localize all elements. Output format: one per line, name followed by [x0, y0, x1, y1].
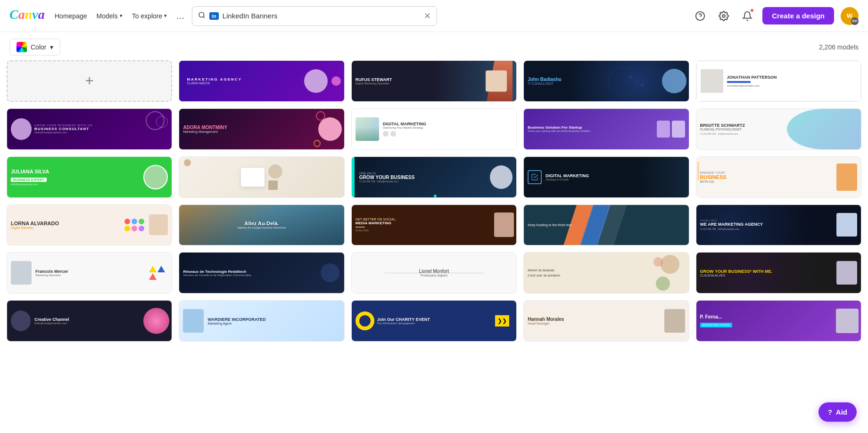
card-tagline: MANAGE YOUR: [700, 171, 833, 174]
template-card[interactable]: Francois Mercer Marketing Specialist: [7, 252, 172, 294]
model-count: 2,206 models: [819, 43, 859, 51]
grid-container: + MARKETING AGENCY CLARA NADYA: [0, 60, 868, 351]
card-sub: WITH US: [700, 180, 833, 183]
card-name: WARDIERE INCORPORATED: [207, 317, 265, 322]
card-title: JONATHAN PATTERSON: [727, 75, 777, 80]
notifications-wrapper: [739, 8, 756, 25]
template-card[interactable]: GET BETTER ON SOCIAL MEDIA MARKETING 10 …: [351, 204, 517, 246]
color-filter-button[interactable]: Color ▾: [9, 39, 60, 56]
svg-line-2: [203, 16, 205, 18]
template-card[interactable]: ADORA MONTMINY Marketing Management: [179, 108, 344, 150]
svg-text:Canva: Canva: [9, 7, 45, 22]
settings-button[interactable]: [715, 8, 732, 25]
card-title: BUSINESS CONSULTANT: [34, 127, 92, 131]
template-card[interactable]: BRIGITTE SCHWARTZ CLINICAL PSYCHOLOGIST …: [696, 108, 861, 150]
template-card[interactable]: GROW YOUR BUSINESS* WITH ME. CLAUDIA ALV…: [696, 252, 861, 294]
nav-homepage[interactable]: Homepage: [55, 12, 87, 20]
user-avatar[interactable]: W ED: [841, 7, 859, 25]
card-role: Head Manager: [528, 322, 660, 325]
help-button[interactable]: [692, 8, 709, 25]
search-input[interactable]: [223, 12, 420, 20]
card-sub: CLINICAL PSYCHOLOGIST: [700, 128, 745, 131]
models-chevron-icon: ▾: [120, 13, 123, 19]
template-card[interactable]: Allez Au-Delà. Agence de voyage tourisme…: [179, 204, 344, 246]
template-card[interactable]: Lionel Monfort Professeur Adjoint: [351, 252, 517, 294]
card-sub: Optimizing Your Market Strategy: [383, 126, 426, 129]
card-name: Lionel Monfort: [419, 269, 449, 274]
card-name: Francois Mercer: [35, 269, 145, 274]
card-role: Marketing Specialist: [35, 274, 145, 277]
template-card[interactable]: John Badiashu IT CONSULTANT: [523, 60, 689, 102]
card-role: Professeur Adjoint: [419, 274, 449, 277]
header: Canva Homepage Models ▾ To explore ▾ ...…: [0, 0, 868, 32]
template-card[interactable]: RUFUS STEWART Digital Marketing Speciali…: [351, 60, 517, 102]
card-title: RUFUS STEWART: [355, 77, 392, 82]
card-sub: consultant@example.com: [727, 84, 777, 87]
card-title: BRIGITTE SCHWARTZ: [700, 123, 745, 128]
create-design-button[interactable]: Create a design: [762, 7, 834, 25]
template-card[interactable]: DIGITAL MARKETING Strategy & Growth: [523, 156, 689, 198]
card-badge: MARKETING STORE: [700, 323, 732, 327]
template-card[interactable]: MANAGE YOUR BUSINESS WITH US: [696, 156, 861, 198]
card-name: LORNA ALVARADO: [11, 221, 121, 226]
color-swatch: [17, 42, 27, 52]
template-card[interactable]: Hannah Morales Head Manager: [523, 300, 689, 342]
search-clear-button[interactable]: ✕: [424, 11, 431, 21]
template-card[interactable]: Join Our CHARITY EVENT Plus d'informatio…: [351, 300, 517, 342]
template-card[interactable]: P. Ferna... MARKETING STORE: [696, 300, 861, 342]
search-icon: [198, 11, 206, 21]
card-title: BUSINESS: [700, 174, 833, 180]
template-card[interactable]: DIGITAL MARKETING Optimizing Your Market…: [351, 108, 517, 150]
template-card[interactable]: Help you to GROW YOUR BUSINESS ✆ 123-456…: [351, 156, 517, 198]
card-sub: Digital Marketing Specialist: [355, 82, 392, 85]
avatar-sub: ED: [851, 17, 859, 25]
notification-dot: [750, 8, 754, 12]
template-card[interactable]: JULIANA SILVA BUSINESS EXPERT hello@real…: [7, 156, 172, 198]
template-card[interactable]: WARDIERE INCORPORATED Marketing Agent: [179, 300, 344, 342]
canva-logo[interactable]: Canva: [9, 7, 47, 25]
template-card[interactable]: JONATHAN PATTERSON consultant@example.co…: [696, 60, 861, 102]
card-title: Réseaux de Technologie Redditech: [183, 270, 251, 274]
card-sub: Strategy & Growth: [546, 178, 589, 181]
card-title: DIGITAL MARKETING: [546, 173, 589, 178]
card-sub: Agence de voyage tourisme Adventure: [238, 226, 286, 229]
template-grid: + MARKETING AGENCY CLARA NADYA: [7, 60, 861, 342]
nav-more[interactable]: ...: [176, 10, 184, 21]
card-title: GROW YOUR BUSINESS: [359, 175, 486, 180]
template-card[interactable]: Aimer la beauté,c'est voir la lumière.: [523, 252, 689, 294]
card-text: Keep hustling to the finish line.: [528, 223, 572, 227]
card-title: DIGITAL MARKETING: [383, 122, 426, 126]
add-design-card[interactable]: +: [7, 60, 172, 102]
card-date: 10 Nov 2021: [355, 229, 396, 232]
linkedin-badge: in: [209, 12, 219, 20]
add-icon: +: [85, 72, 94, 90]
card-label: GET BETTER ON SOCIAL: [355, 218, 396, 221]
template-card[interactable]: Creative Channel hello@reallygreatsite.c…: [7, 300, 172, 342]
template-card[interactable]: LORNA ALVARADO Digital Marketer: [7, 204, 172, 246]
template-card[interactable]: Keep hustling to the finish line.: [523, 204, 689, 246]
card-title: Business Solution For Startup: [528, 125, 653, 130]
svg-point-5: [723, 15, 726, 17]
card-contact: hello@reallygreatsite.com: [11, 183, 168, 186]
search-bar: in ✕: [192, 6, 437, 26]
toolbar: Color ▾ 2,206 models: [0, 32, 868, 60]
card-title: WE ARE MARKETING AGENCY: [700, 222, 833, 227]
card-title: GROW YOUR BUSINESS* WITH ME.: [700, 269, 833, 274]
card-sub: CLARA NADYA: [187, 82, 242, 85]
template-card[interactable]: YOUR LOGO WE ARE MARKETING AGENCY ✆ 123-…: [696, 204, 861, 246]
card-name: Hannah Morales: [528, 317, 660, 322]
svg-line-9: [623, 77, 631, 81]
card-contact: ✆ 123-456-789 · hello@example.com: [359, 180, 486, 183]
template-card[interactable]: Réseaux de Technologie Redditech Service…: [179, 252, 344, 294]
nav-explore[interactable]: To explore ▾: [132, 12, 167, 20]
template-card[interactable]: MARKETING AGENCY CLARA NADYA: [179, 60, 344, 102]
card-title: John Badiashu: [528, 77, 562, 82]
nav-models[interactable]: Models ▾: [97, 12, 123, 20]
card-quote: Aimer la beauté,c'est voir la lumière.: [528, 268, 561, 278]
template-card[interactable]: GROW YOUR BUSINESS WITH US BUSINESS CONS…: [7, 108, 172, 150]
header-actions: Create a design W ED: [692, 7, 859, 25]
card-title: MARKETING AGENCY: [187, 77, 242, 82]
template-card[interactable]: [179, 156, 344, 198]
template-card[interactable]: Business Solution For Startup Grow your …: [523, 108, 689, 150]
card-sub: IT CONSULTANT: [528, 82, 562, 85]
